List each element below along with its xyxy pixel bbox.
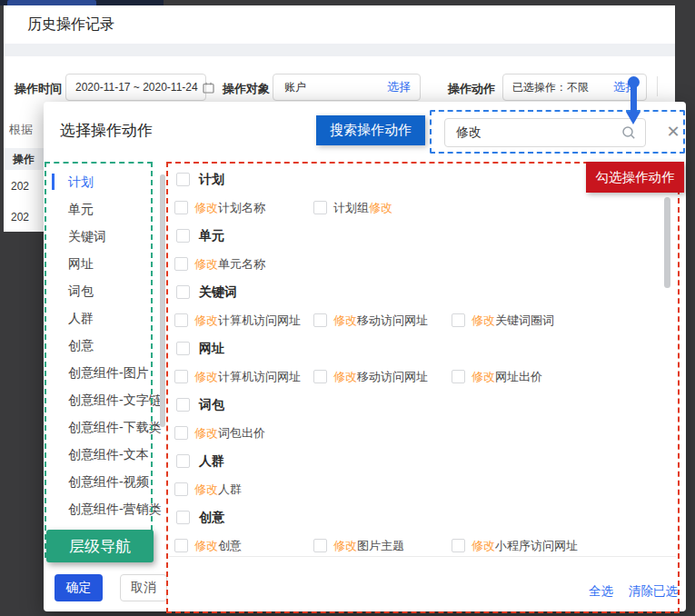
group-header: 词包 bbox=[169, 391, 676, 419]
content-scrollbar[interactable] bbox=[664, 197, 670, 288]
cancel-button[interactable]: 取消 bbox=[120, 574, 167, 601]
object-input[interactable]: 账户 选择 bbox=[273, 74, 421, 101]
checkbox[interactable] bbox=[313, 201, 327, 214]
checkbox[interactable] bbox=[452, 370, 465, 383]
highlighted-keyword: 修改 bbox=[333, 370, 357, 383]
checkbox[interactable] bbox=[174, 482, 188, 496]
checkbox[interactable] bbox=[176, 398, 190, 412]
checkbox[interactable] bbox=[174, 313, 188, 327]
page-title: 历史操作记录 bbox=[27, 15, 114, 35]
action-item[interactable]: 修改移动访问网址 bbox=[313, 363, 428, 391]
checkbox[interactable] bbox=[174, 370, 188, 383]
action-item[interactable]: 修改网址出价 bbox=[452, 363, 542, 391]
group-label: 计划 bbox=[199, 172, 224, 188]
nav-item-7[interactable]: 创意组件-图片 bbox=[51, 359, 164, 386]
action-item-label: 修改小程序访问网址 bbox=[472, 538, 578, 554]
check-annotation-label: 勾选操作动作 bbox=[586, 162, 684, 193]
action-item-label: 修改计划名称 bbox=[194, 200, 265, 216]
action-item[interactable]: 计划组修改 bbox=[313, 194, 392, 222]
action-item-label: 修改移动访问网址 bbox=[333, 369, 428, 385]
action-item[interactable]: 修改关键词圈词 bbox=[452, 306, 554, 334]
nav-item-0[interactable]: 计划 bbox=[51, 168, 164, 195]
pointer-arrow-head bbox=[626, 112, 640, 124]
nav-item-4[interactable]: 词包 bbox=[51, 277, 164, 304]
checkbox[interactable] bbox=[313, 313, 327, 327]
nav-item-1[interactable]: 单元 bbox=[51, 195, 164, 223]
action-item-label: 修改人群 bbox=[194, 482, 242, 498]
filter-divider bbox=[657, 76, 658, 96]
checkbox[interactable] bbox=[176, 511, 190, 524]
nav-item-5[interactable]: 人群 bbox=[51, 304, 164, 332]
nav-item-9[interactable]: 创意组件-下载类 bbox=[51, 413, 164, 441]
checkbox[interactable] bbox=[174, 539, 188, 552]
highlighted-keyword: 修改 bbox=[194, 482, 218, 496]
confirm-button[interactable]: 确定 bbox=[55, 574, 103, 601]
checkbox[interactable] bbox=[452, 313, 465, 327]
background-hint-text: 根据 bbox=[9, 122, 44, 138]
group-label: 网址 bbox=[199, 341, 224, 357]
search-icon[interactable] bbox=[621, 125, 636, 140]
close-icon[interactable]: ✕ bbox=[663, 121, 683, 143]
action-item[interactable]: 修改图片主题 bbox=[313, 532, 404, 556]
nav-item-8[interactable]: 创意组件-文字链 bbox=[51, 386, 164, 413]
select-all-link[interactable]: 全选 bbox=[589, 583, 613, 600]
action-item-label: 修改词包出价 bbox=[194, 425, 265, 442]
highlighted-keyword: 修改 bbox=[369, 201, 392, 214]
group-header: 网址 bbox=[169, 334, 676, 363]
highlighted-keyword: 修改 bbox=[333, 313, 357, 327]
nav-item-6[interactable]: 创意 bbox=[51, 332, 164, 359]
action-item[interactable]: 修改计算机访问网址 bbox=[174, 306, 301, 334]
highlighted-keyword: 修改 bbox=[472, 370, 495, 383]
group-item-row: 修改单元名称 bbox=[169, 250, 676, 278]
highlighted-keyword: 修改 bbox=[194, 201, 218, 214]
group-header: 创意 bbox=[169, 503, 676, 532]
checkbox[interactable] bbox=[176, 173, 190, 186]
checkbox[interactable] bbox=[176, 229, 190, 243]
nav-scrollbar[interactable] bbox=[160, 174, 165, 427]
action-item[interactable]: 修改小程序访问网址 bbox=[452, 532, 578, 556]
highlighted-keyword: 修改 bbox=[194, 313, 218, 327]
action-item-label: 修改单元名称 bbox=[194, 256, 265, 273]
action-item[interactable]: 修改单元名称 bbox=[174, 250, 265, 278]
group-item-row: 修改计算机访问网址修改移动访问网址修改网址出价 bbox=[169, 363, 676, 391]
nav-item-11[interactable]: 创意组件-视频 bbox=[51, 468, 164, 495]
group-label: 单元 bbox=[199, 228, 224, 244]
action-item-label: 计划组修改 bbox=[333, 200, 392, 216]
action-item[interactable]: 修改人群 bbox=[174, 475, 242, 503]
clear-selected-link[interactable]: 清除已选 bbox=[629, 583, 678, 600]
checkbox[interactable] bbox=[452, 539, 465, 552]
group-item-row: 修改计算机访问网址修改移动访问网址修改关键词圈词 bbox=[169, 306, 676, 334]
highlighted-keyword: 修改 bbox=[194, 257, 218, 271]
action-item[interactable]: 修改移动访问网址 bbox=[313, 306, 428, 334]
action-input[interactable]: 已选操作：不限 选择 bbox=[502, 74, 647, 101]
search-input[interactable]: 修改 bbox=[444, 118, 646, 147]
date-range-input[interactable]: 2020-11-17 ~ 2020-11-24 bbox=[65, 74, 206, 101]
content-bottom-border bbox=[169, 556, 676, 557]
search-value: 修改 bbox=[456, 124, 621, 141]
action-item-label: 修改网址出价 bbox=[472, 369, 542, 385]
checkbox[interactable] bbox=[174, 201, 188, 214]
checkbox[interactable] bbox=[176, 454, 190, 468]
checkbox[interactable] bbox=[313, 370, 327, 383]
action-item[interactable]: 修改创意 bbox=[174, 532, 242, 556]
action-item[interactable]: 修改计算机访问网址 bbox=[174, 363, 301, 391]
action-item[interactable]: 修改计划名称 bbox=[174, 194, 265, 222]
checkbox[interactable] bbox=[313, 539, 327, 552]
nav-item-2[interactable]: 关键词 bbox=[51, 223, 164, 250]
nav-item-3[interactable]: 网址 bbox=[51, 250, 164, 277]
hierarchy-nav: 计划单元关键词网址词包人群创意创意组件-图片创意组件-文字链创意组件-下载类创意… bbox=[51, 168, 164, 522]
filter-time-label: 操作时间 bbox=[15, 81, 62, 97]
group-item-row: 修改人群 bbox=[169, 475, 676, 503]
action-item[interactable]: 修改词包出价 bbox=[174, 419, 265, 447]
checkbox[interactable] bbox=[176, 285, 190, 299]
highlighted-keyword: 修改 bbox=[472, 313, 495, 327]
checkbox[interactable] bbox=[176, 342, 190, 355]
checkbox[interactable] bbox=[174, 257, 188, 271]
group-header: 人群 bbox=[169, 447, 676, 475]
object-select-link[interactable]: 选择 bbox=[387, 79, 411, 95]
checkbox[interactable] bbox=[174, 426, 188, 440]
background-table-row: 202 bbox=[11, 211, 44, 224]
nav-item-12[interactable]: 创意组件-营销类 bbox=[51, 495, 164, 522]
nav-item-10[interactable]: 创意组件-文本 bbox=[51, 441, 164, 468]
action-item-label: 修改创意 bbox=[194, 538, 242, 554]
